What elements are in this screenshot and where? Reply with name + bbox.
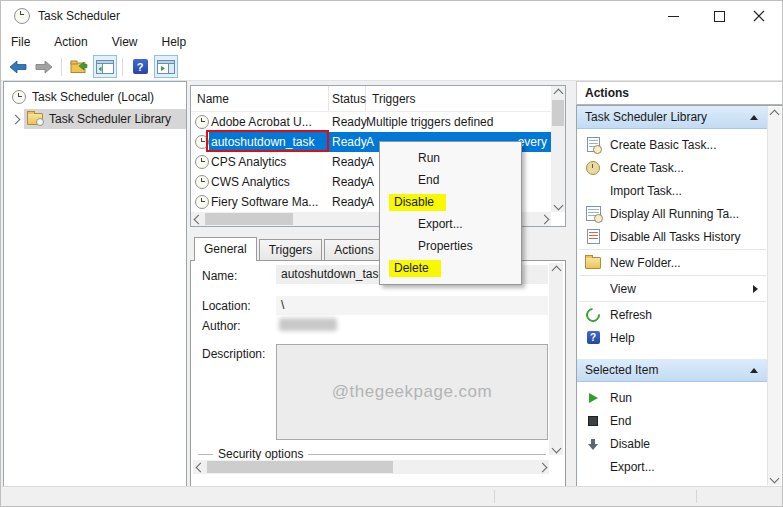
- menu-help[interactable]: Help: [162, 35, 187, 49]
- help-button[interactable]: ?: [128, 55, 152, 78]
- scroll-down-button[interactable]: [551, 198, 565, 212]
- toggle-console-tree-button[interactable]: [93, 55, 117, 78]
- scroll-right-button[interactable]: [537, 212, 551, 226]
- scrollbar-thumb[interactable]: [205, 213, 293, 225]
- details-horizontal-scrollbar[interactable]: [193, 460, 549, 474]
- chevron-down-icon: [551, 443, 561, 453]
- toggle-action-pane-button[interactable]: [154, 55, 178, 78]
- clock-icon: [195, 195, 209, 209]
- action-display-all-running-tasks[interactable]: Display All Running Ta...: [577, 202, 768, 225]
- watermark-text: @thegeekpage.com: [332, 382, 492, 402]
- refresh-icon: [583, 305, 603, 325]
- action-disable-all-tasks-history[interactable]: Disable All Tasks History: [577, 225, 768, 248]
- context-menu-end[interactable]: End: [380, 169, 521, 191]
- details-vertical-scrollbar[interactable]: [549, 263, 563, 455]
- submenu-arrow-icon: [753, 285, 758, 293]
- create-basic-task-icon: [587, 137, 600, 152]
- action-create-task[interactable]: Create Task...: [577, 156, 768, 179]
- scroll-left-button[interactable]: [193, 460, 207, 474]
- context-menu-disable[interactable]: Disable: [380, 191, 521, 213]
- tab-general[interactable]: General: [194, 237, 257, 261]
- maximize-button[interactable]: [702, 1, 736, 31]
- actions-vertical-scrollbar[interactable]: [767, 107, 781, 485]
- task-triggers-fragment-right: every: [518, 135, 547, 149]
- clock-icon: [12, 90, 26, 104]
- maximize-icon: [714, 11, 725, 22]
- context-menu: Run End Disable Export... Properties Del…: [379, 141, 522, 285]
- location-label: Location:: [202, 299, 251, 313]
- context-menu-export[interactable]: Export...: [380, 213, 521, 235]
- forward-button[interactable]: [32, 55, 56, 78]
- security-options-label: Security options: [213, 447, 308, 461]
- scroll-left-button[interactable]: [191, 212, 205, 226]
- chevron-left-icon: [195, 462, 205, 472]
- task-row-adobe-acrobat[interactable]: Adobe Acrobat U... Ready Multiple trigge…: [191, 112, 551, 132]
- scroll-up-button[interactable]: [768, 107, 782, 121]
- section-header-selected-item[interactable]: Selected Item: [577, 359, 768, 382]
- task-status: Ready: [329, 155, 366, 169]
- action-disable[interactable]: Disable: [577, 432, 768, 455]
- action-view[interactable]: View: [577, 277, 768, 300]
- menu-file[interactable]: File: [11, 35, 30, 49]
- action-pane-icon: [157, 60, 175, 74]
- task-name: CPS Analytics: [209, 155, 329, 169]
- chevron-right-icon[interactable]: [11, 114, 21, 124]
- author-value-redacted: [279, 318, 337, 331]
- tab-triggers[interactable]: Triggers: [259, 239, 323, 260]
- tree-item-task-scheduler-library[interactable]: Task Scheduler Library: [4, 109, 186, 129]
- action-help[interactable]: ? Help: [577, 326, 768, 349]
- action-end[interactable]: End: [577, 409, 768, 432]
- actions-list: Task Scheduler Library Create Basic Task…: [577, 106, 768, 486]
- context-menu-delete[interactable]: Delete: [380, 257, 521, 279]
- column-header-status[interactable]: Status: [329, 86, 366, 111]
- context-menu-properties[interactable]: Properties: [380, 235, 521, 257]
- separator: [579, 275, 766, 276]
- collapse-icon[interactable]: [750, 115, 758, 120]
- tree-item-task-scheduler-local[interactable]: Task Scheduler (Local): [12, 87, 186, 107]
- chevron-right-icon: [539, 214, 549, 224]
- task-list-vertical-scrollbar[interactable]: [551, 86, 565, 212]
- minimize-button[interactable]: [656, 1, 690, 31]
- scroll-down-button[interactable]: [549, 441, 563, 455]
- column-header-name[interactable]: Name: [191, 86, 329, 111]
- task-scheduler-window: Task Scheduler File Action View Help: [0, 0, 783, 507]
- tree-root-label: Task Scheduler (Local): [32, 90, 154, 104]
- action-import-task[interactable]: Import Task...: [577, 179, 768, 202]
- description-label: Description:: [202, 347, 265, 361]
- separator: [579, 249, 766, 250]
- section-header-task-scheduler-library[interactable]: Task Scheduler Library: [577, 106, 768, 129]
- help-icon: ?: [587, 331, 600, 344]
- scrollbar-thumb[interactable]: [552, 100, 564, 126]
- create-task-icon: [586, 161, 600, 175]
- action-refresh[interactable]: Refresh: [577, 303, 768, 326]
- scroll-down-button[interactable]: [768, 471, 782, 485]
- clock-icon: [195, 155, 209, 169]
- scroll-up-button[interactable]: [549, 263, 563, 277]
- status-separator: [696, 490, 697, 503]
- column-header-triggers[interactable]: Triggers: [366, 86, 551, 111]
- action-new-folder[interactable]: New Folder...: [577, 251, 768, 274]
- close-button[interactable]: [742, 1, 776, 31]
- title-bar: Task Scheduler: [1, 1, 782, 31]
- scroll-up-button[interactable]: [551, 86, 565, 100]
- action-export[interactable]: Export...: [577, 455, 768, 478]
- tab-actions[interactable]: Actions: [324, 239, 383, 260]
- actions-pane: Actions Task Scheduler Library Create Ba…: [576, 81, 783, 487]
- status-bar: [1, 486, 782, 506]
- action-run[interactable]: Run: [577, 386, 768, 409]
- menu-view[interactable]: View: [112, 35, 138, 49]
- library-folder-icon: [27, 113, 43, 125]
- menu-action[interactable]: Action: [54, 35, 87, 49]
- back-button[interactable]: [6, 55, 30, 78]
- chevron-up-icon: [770, 109, 780, 119]
- import-folder-button[interactable]: [67, 55, 91, 78]
- scrollbar-thumb[interactable]: [207, 461, 393, 473]
- description-field: @thegeekpage.com: [276, 344, 548, 440]
- task-name: Fiery Software Ma...: [209, 195, 329, 209]
- collapse-icon[interactable]: [750, 368, 758, 373]
- scroll-right-button[interactable]: [535, 460, 549, 474]
- tree-library-selection[interactable]: Task Scheduler Library: [24, 109, 186, 129]
- context-menu-run[interactable]: Run: [380, 147, 521, 169]
- action-create-basic-task[interactable]: Create Basic Task...: [577, 133, 768, 156]
- separator: [579, 301, 766, 302]
